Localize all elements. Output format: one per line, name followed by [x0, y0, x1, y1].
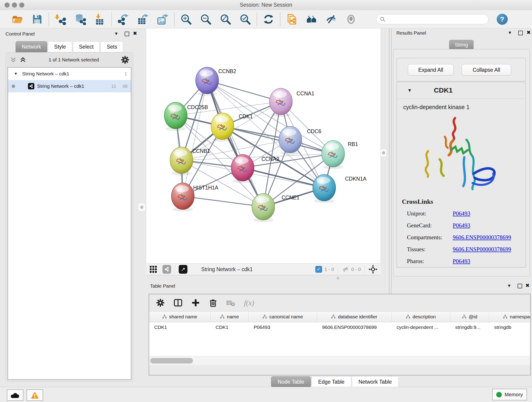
horizontal-scrollbar[interactable]: [149, 356, 530, 365]
column-label: canonical name: [269, 314, 303, 319]
panel-float-icon[interactable]: [518, 284, 522, 288]
zoom-selected-icon: [239, 13, 251, 25]
crosslink-link[interactable]: P06493: [453, 258, 470, 264]
cell[interactable]: CDK1: [210, 322, 249, 332]
cell[interactable]: stringdb: [489, 322, 530, 332]
header-cell--id[interactable]: @id: [450, 312, 489, 322]
expand-all-button[interactable]: Expand All: [408, 64, 454, 76]
refresh-button[interactable]: [262, 13, 275, 26]
header-cell-namespace[interactable]: namespace: [489, 312, 530, 322]
tree-expand-caret-icon[interactable]: ▼: [14, 72, 18, 76]
main-toolbar: ?: [0, 10, 532, 28]
edge-CCNE1-HIST1H1A[interactable]: [183, 196, 263, 207]
crosslink-link[interactable]: 9606.ENSP00000378699: [453, 234, 511, 241]
clone-network-button[interactable]: [285, 13, 298, 26]
crosslink-link[interactable]: P06493: [453, 222, 470, 229]
apps-home-button[interactable]: [305, 13, 318, 26]
tab-edge-table[interactable]: Edge Table: [312, 376, 351, 387]
network-canvas[interactable]: CCNB2CCNA1CDC25BCDK1CDC6RB1CCNB1CCNA2CDK…: [146, 28, 381, 263]
header-cell-description[interactable]: description: [392, 312, 450, 322]
tab-sets[interactable]: Sets: [100, 41, 123, 52]
zoom-selected-button[interactable]: [239, 13, 252, 26]
crosslink-link[interactable]: P06493: [453, 211, 470, 217]
panel-menu-caret-icon[interactable]: ▼: [508, 30, 512, 35]
tab-select[interactable]: Select: [73, 41, 100, 52]
node-label-CCNA1: CCNA1: [297, 90, 314, 96]
save-session-button[interactable]: [31, 13, 44, 26]
warnings-button[interactable]: [27, 389, 43, 401]
panel-menu-caret-icon[interactable]: ▼: [507, 283, 511, 288]
selected-checkbox-icon[interactable]: ✓: [315, 266, 322, 273]
grid-view-icon[interactable]: [149, 265, 157, 274]
table-empty-area: [149, 332, 530, 356]
string-network-badge-icon[interactable]: [162, 265, 171, 274]
panel-close-icon[interactable]: ✖: [526, 30, 531, 36]
header-cell-shared-name[interactable]: shared name: [149, 312, 210, 322]
network-bullet-icon: [12, 85, 15, 88]
results-panel-title: Results Panel: [396, 30, 426, 36]
tab-network[interactable]: Network: [16, 41, 47, 52]
section-collapse-caret-icon[interactable]: ▼: [407, 88, 412, 93]
panel-float-icon[interactable]: [518, 31, 523, 35]
open-session-button[interactable]: [11, 13, 24, 26]
search-input[interactable]: [386, 16, 488, 22]
panel-float-icon[interactable]: [125, 32, 129, 36]
panel-close-icon[interactable]: ✖: [133, 31, 137, 36]
header-cell-canonical-name[interactable]: canonical name: [249, 312, 317, 322]
gene-section-header[interactable]: ▼ CDK1: [397, 82, 526, 99]
tab-style[interactable]: Style: [48, 41, 72, 52]
crosslinks-heading: CrossLinks: [402, 198, 526, 205]
tab-network-table[interactable]: Network Table: [352, 376, 399, 387]
cell[interactable]: P06493: [249, 322, 317, 332]
tab-string[interactable]: String: [449, 40, 474, 50]
network-graph[interactable]: CCNB2CCNA1CDC25BCDK1CDC6RB1CCNB1CCNA2CDK…: [146, 28, 380, 263]
show-columns-icon[interactable]: [173, 298, 183, 307]
import-table-button[interactable]: [94, 13, 106, 26]
header-cell-name[interactable]: name: [210, 312, 249, 322]
network-options-gear-icon[interactable]: [121, 56, 129, 64]
import-network-file-button[interactable]: [54, 13, 67, 26]
help-button[interactable]: ?: [497, 14, 508, 25]
table-settings-gear-icon[interactable]: [156, 298, 165, 307]
zoom-out-button[interactable]: [199, 13, 212, 26]
hide-selected-button[interactable]: [325, 13, 338, 26]
export-table-button[interactable]: [137, 13, 149, 26]
cell[interactable]: CDK1: [149, 322, 210, 332]
panel-menu-caret-icon[interactable]: ▼: [114, 31, 119, 36]
network-row-selected[interactable]: String Network – cdk1 11 48: [8, 80, 131, 92]
bar-separator: [365, 265, 365, 274]
cloud-button[interactable]: [7, 389, 23, 401]
panel-close-icon[interactable]: ✖: [525, 283, 530, 288]
edge-CCNB2-HIST1H1A[interactable]: [183, 80, 207, 196]
cell[interactable]: cyclin-dependent ...: [392, 322, 450, 332]
left-splitter-handle[interactable]: [138, 203, 146, 211]
memory-button[interactable]: Memory: [492, 389, 527, 400]
header-cell-database-identifier[interactable]: database identifier: [317, 312, 392, 322]
zoom-fit-button[interactable]: [219, 13, 232, 26]
right-splitter-handle[interactable]: [380, 149, 387, 157]
add-column-plus-icon[interactable]: [191, 298, 200, 307]
cell[interactable]: 9606.ENSP00000378699: [317, 322, 392, 332]
fit-target-icon[interactable]: [368, 265, 378, 274]
import-network-database-button[interactable]: [74, 13, 87, 26]
network-collection-row[interactable]: ▼ String Network – cdk1 1: [8, 68, 131, 80]
birdseye-toggle-button[interactable]: ↗: [179, 265, 187, 274]
crosslink-row: Tissues:9606.ENSP00000378699: [407, 243, 526, 255]
collapse-all-chevrons-icon[interactable]: [9, 56, 17, 64]
export-image-button[interactable]: [156, 13, 169, 26]
crosslink-link[interactable]: 9606.ENSP00000378699: [453, 246, 511, 253]
collapse-all-button[interactable]: Collapse All: [462, 64, 511, 76]
show-all-button[interactable]: [345, 13, 357, 26]
search-field[interactable]: [376, 14, 488, 24]
zoom-in-icon: [180, 13, 192, 25]
cell[interactable]: stringdb:9...: [450, 322, 489, 332]
expand-all-chevrons-icon[interactable]: [19, 56, 27, 64]
scrollbar-thumb[interactable]: [150, 358, 193, 364]
delete-column-trash-icon[interactable]: [209, 298, 217, 307]
table-row[interactable]: CDK1CDK1P064939606.ENSP00000378699cyclin…: [149, 322, 530, 332]
export-network-button[interactable]: [117, 13, 130, 26]
edge-count: 48: [122, 83, 128, 89]
zoom-in-button[interactable]: [180, 13, 192, 26]
horizontal-splitter-grip-icon[interactable]: [336, 277, 339, 280]
tab-node-table[interactable]: Node Table: [271, 376, 311, 387]
